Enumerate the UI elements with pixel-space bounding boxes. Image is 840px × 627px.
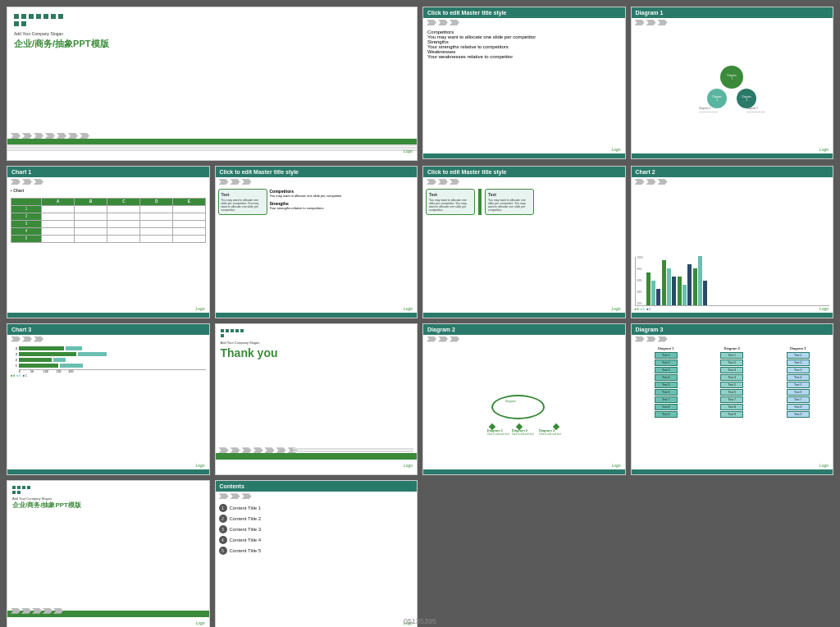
bar-4a <box>693 268 697 305</box>
teal-footer <box>632 469 833 474</box>
thankyou-title: Thank you <box>221 346 413 359</box>
teal-footer <box>423 313 625 318</box>
arrows-row <box>632 18 833 27</box>
text-box-2: Text You may want to allocate one slide … <box>485 189 534 215</box>
teal-footer <box>423 153 625 158</box>
slide-header: Diagram 3 <box>632 324 833 335</box>
watermark: 05135395 <box>404 617 436 625</box>
hbar-3b <box>78 352 107 356</box>
arrow-4 <box>45 133 55 139</box>
divider-bar <box>478 189 482 215</box>
bar-group-2 <box>662 260 676 305</box>
hbar-4a <box>19 346 64 350</box>
b-text-1: You may want to allocate one slide per c… <box>270 194 415 198</box>
arrow-7 <box>80 133 89 139</box>
bar-chart: 100% 80% 60% 40% 20% <box>635 257 830 306</box>
item-1-9: Test 9 <box>655 411 678 418</box>
logo: Logo <box>195 620 204 625</box>
col-e: E <box>173 198 205 205</box>
main-title: 企业/商务/抽象PPT模版 <box>14 38 410 50</box>
content-num-1: 1 <box>219 504 227 512</box>
diagram-label-1: Diagram 2Click to edit sub text <box>699 107 717 113</box>
bar-3a <box>678 277 682 305</box>
row-2: 2 <box>11 213 42 220</box>
gray-lines <box>7 144 417 152</box>
col-d: D <box>140 198 173 205</box>
bar-2c <box>672 277 676 305</box>
bar-3b <box>682 285 687 305</box>
slide-master-text: Click to edit Master title style Text Yo… <box>215 166 418 318</box>
content-label-4: Content Title 4 <box>230 538 262 542</box>
slide-header: Click to edit Master title style <box>423 7 625 18</box>
item-2-2: Test 2 <box>720 359 743 366</box>
arrow-3 <box>34 133 43 139</box>
item-3-1: Test 1 <box>787 352 810 359</box>
decorative-dots <box>14 14 63 26</box>
tb-body-1: You may want to allocate one slide per c… <box>429 199 472 212</box>
item-1-8: Test 8 <box>655 404 678 410</box>
item-1-3: Test 3 <box>655 367 678 373</box>
content-item-4: 4 Content Title 4 <box>219 536 414 544</box>
circle-top: Diagram1 <box>720 66 743 89</box>
diagram-circles: Diagram1 Diagram2 Diagram3 Diagram 2Clic… <box>699 66 765 115</box>
arrows-row <box>423 18 625 27</box>
arrow-2 <box>22 133 32 139</box>
item-1-6: Test 6 <box>655 389 678 396</box>
text-box-1: Text You may want to allocate one slide … <box>426 189 475 215</box>
logo: Logo <box>819 306 829 311</box>
slide-competitors: Click to edit Master title style Competi… <box>422 7 626 159</box>
arrows-row <box>7 335 209 344</box>
teal-footer <box>7 313 209 318</box>
hbar-row-1: 1 <box>11 364 206 368</box>
row-5: 5 <box>11 235 42 242</box>
content-num-2: 2 <box>219 515 227 523</box>
arrows-row <box>632 335 833 344</box>
chart-label: ▪ Chart <box>7 186 209 195</box>
contents-body: 1 Content Title 1 2 Content Title 2 3 Co… <box>216 501 418 561</box>
item-2-5: Test 5 <box>720 382 743 388</box>
arrows-row <box>632 177 833 186</box>
diagram-content: Diagram1 Diagram2 Diagram3 Diagram 2Clic… <box>632 27 833 153</box>
item-3-8: Test 8 <box>787 404 810 410</box>
content-item-2: 2 Content Title 2 <box>219 515 414 523</box>
slide-thankyou: Add Your Company Slogan Thank you Logo <box>215 323 418 476</box>
content-label-5: Content Title 5 <box>230 548 262 553</box>
arrows-row <box>7 177 209 186</box>
oval-center-label: Diagram <box>505 400 516 403</box>
x-axis: 0 50 100 150 200 <box>19 369 206 373</box>
slide-chart1: Chart 1 ▪ Chart A B C D E 1 2 3 4 5 Logo <box>7 166 210 318</box>
item-3-6: Test 6 <box>787 389 810 396</box>
arrows-decoration <box>7 133 417 139</box>
logo: Logo <box>611 463 620 468</box>
bullet-1: Competitors You may want to allocate one… <box>270 189 415 198</box>
item-2-6: Test 6 <box>720 389 743 396</box>
logo: Logo <box>195 306 204 311</box>
item-3-4: Test 4 <box>787 374 810 381</box>
hbar-2b <box>53 358 66 362</box>
item-3-3: Test 3 <box>787 367 810 373</box>
col-a: A <box>42 198 75 205</box>
bullets-content: Competitors You may want to allocate one… <box>423 27 625 62</box>
oval-main <box>491 395 545 419</box>
d1-label: Diagram 1 Click to edit sub text <box>487 428 509 436</box>
bar-4c <box>703 281 707 305</box>
slide-header: Click to edit Master title style <box>216 167 418 177</box>
row-3: 3 <box>11 220 42 227</box>
arrow-1 <box>11 133 21 139</box>
bar-chart-area: 100% 80% 60% 40% 20% <box>632 186 833 313</box>
bar-group-4 <box>693 256 707 305</box>
tb-body-2: You may want to allocate one slide per c… <box>488 199 531 212</box>
col-2: Diagram 2 Test 1 Test 2 Test 3 Test 4 Te… <box>720 346 743 469</box>
bar-2b <box>667 268 671 305</box>
content-label-2: Content Title 2 <box>230 516 262 521</box>
col-items-3: Test 1 Test 2 Test 3 Test 4 Test 5 Test … <box>787 352 810 418</box>
bar-group-3 <box>678 264 692 305</box>
logo: Logo <box>611 147 620 152</box>
logo: Logo <box>404 149 413 153</box>
title2-main: 企业/商务/抽象PPT模版 <box>12 501 204 510</box>
teal-footer <box>423 469 625 474</box>
slide-header: Diagram 1 <box>632 7 833 18</box>
dots-area <box>12 486 32 494</box>
d3-label: Diagram 3 Click to edit sub text <box>539 428 561 436</box>
bullet-strengths: Strengths Your strengths relative to com… <box>427 39 621 49</box>
